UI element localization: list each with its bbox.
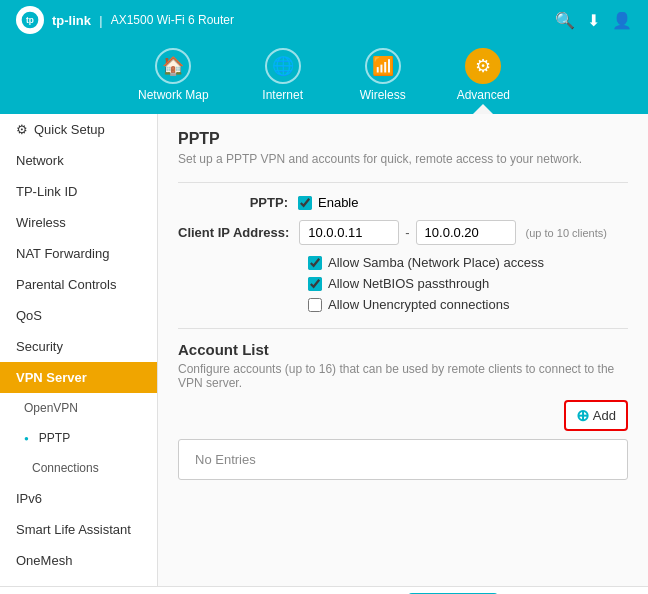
pptp-enable-label: Enable: [318, 195, 358, 210]
sidebar-item-quick-setup[interactable]: ⚙ Quick Setup: [0, 114, 157, 145]
pptp-desc: Set up a PPTP VPN and accounts for quick…: [178, 152, 628, 166]
wireless-icon: 📶: [365, 48, 401, 84]
account-section: Account List Configure accounts (up to 1…: [178, 328, 628, 480]
header-divider: |: [99, 13, 103, 28]
main-layout: ⚙ Quick Setup Network TP-Link ID Wireles…: [0, 114, 648, 586]
sidebar-item-qos[interactable]: QoS: [0, 300, 157, 331]
ip-dash: -: [405, 225, 409, 240]
pptp-enable-control: Enable: [298, 195, 358, 210]
download-icon[interactable]: ⬇: [587, 11, 600, 30]
sidebar-item-nat-forwarding[interactable]: NAT Forwarding: [0, 238, 157, 269]
sidebar-item-ipv6[interactable]: IPv6: [0, 483, 157, 514]
sidebar-item-wireless[interactable]: Wireless: [0, 207, 157, 238]
add-btn-row: ⊕ Add: [178, 400, 628, 431]
ip-start-input[interactable]: [299, 220, 399, 245]
allow-samba-row: Allow Samba (Network Place) access: [308, 255, 628, 270]
allow-samba-label: Allow Samba (Network Place) access: [328, 255, 544, 270]
gear-icon: ⚙: [16, 122, 28, 137]
allow-netbios-checkbox[interactable]: [308, 277, 322, 291]
allow-netbios-label: Allow NetBIOS passthrough: [328, 276, 489, 291]
main-content: PPTP Set up a PPTP VPN and accounts for …: [158, 114, 648, 586]
sidebar-item-system[interactable]: System: [0, 576, 157, 586]
sidebar-item-smart-life[interactable]: Smart Life Assistant: [0, 514, 157, 545]
allow-samba-checkbox[interactable]: [308, 256, 322, 270]
logo-text: tp-link: [52, 13, 91, 28]
sidebar-item-vpn-server[interactable]: VPN Server: [0, 362, 157, 393]
add-button[interactable]: ⊕ Add: [564, 400, 628, 431]
allow-unencrypted-row: Allow Unencrypted connections: [308, 297, 628, 312]
logo: tp tp-link | AX1500 Wi-Fi 6 Router: [16, 6, 234, 34]
sidebar-item-tplink-id[interactable]: TP-Link ID: [0, 176, 157, 207]
account-title: Account List: [178, 341, 628, 358]
sidebar-item-security[interactable]: Security: [0, 331, 157, 362]
tab-advanced-label: Advanced: [457, 88, 510, 102]
internet-icon: 🌐: [265, 48, 301, 84]
client-ip-row: Client IP Address: - (up to 10 clients): [178, 220, 628, 245]
client-ip-label: Client IP Address:: [178, 225, 299, 240]
tab-advanced[interactable]: ⚙ Advanced: [433, 40, 534, 114]
tab-network-map[interactable]: 🏠 Network Map: [114, 40, 233, 114]
tab-wireless[interactable]: 📶 Wireless: [333, 40, 433, 114]
sidebar-item-pptp[interactable]: PPTP: [0, 423, 157, 453]
no-entries: No Entries: [178, 439, 628, 480]
nav-tabs: 🏠 Network Map 🌐 Internet 📶 Wireless ⚙ Ad…: [0, 40, 648, 114]
allow-netbios-row: Allow NetBIOS passthrough: [308, 276, 628, 291]
sidebar-item-openvpn[interactable]: OpenVPN: [0, 393, 157, 423]
client-ip-control: - (up to 10 clients): [299, 220, 607, 245]
header: tp tp-link | AX1500 Wi-Fi 6 Router 🔍 ⬇ 👤: [0, 0, 648, 40]
sidebar-item-connections[interactable]: Connections: [0, 453, 157, 483]
add-label: Add: [593, 408, 616, 423]
header-model: AX1500 Wi-Fi 6 Router: [111, 13, 234, 27]
footer: 🎧 SUPPORT ⬆ BACK TO TOP SAVE: [0, 586, 648, 594]
header-icons: 🔍 ⬇ 👤: [555, 11, 632, 30]
user-icon[interactable]: 👤: [612, 11, 632, 30]
svg-text:tp: tp: [26, 15, 34, 25]
logo-icon: tp: [16, 6, 44, 34]
allow-unencrypted-checkbox[interactable]: [308, 298, 322, 312]
tab-wireless-label: Wireless: [360, 88, 406, 102]
account-divider: [178, 328, 628, 329]
tab-internet-label: Internet: [262, 88, 303, 102]
sidebar: ⚙ Quick Setup Network TP-Link ID Wireles…: [0, 114, 158, 586]
network-map-icon: 🏠: [155, 48, 191, 84]
pptp-divider: [178, 182, 628, 183]
tab-internet[interactable]: 🌐 Internet: [233, 40, 333, 114]
sidebar-item-network[interactable]: Network: [0, 145, 157, 176]
pptp-title: PPTP: [178, 130, 628, 148]
sidebar-item-parental-controls[interactable]: Parental Controls: [0, 269, 157, 300]
tab-network-map-label: Network Map: [138, 88, 209, 102]
sidebar-item-onemesh[interactable]: OneMesh: [0, 545, 157, 576]
pptp-enable-row: PPTP: Enable: [178, 195, 628, 210]
pptp-enable-checkbox[interactable]: [298, 196, 312, 210]
account-desc: Configure accounts (up to 16) that can b…: [178, 362, 628, 390]
add-icon: ⊕: [576, 406, 589, 425]
ip-end-input[interactable]: [416, 220, 516, 245]
ip-hint: (up to 10 clients): [526, 227, 607, 239]
search-icon[interactable]: 🔍: [555, 11, 575, 30]
advanced-icon: ⚙: [465, 48, 501, 84]
pptp-label: PPTP:: [178, 195, 298, 210]
allow-unencrypted-label: Allow Unencrypted connections: [328, 297, 509, 312]
